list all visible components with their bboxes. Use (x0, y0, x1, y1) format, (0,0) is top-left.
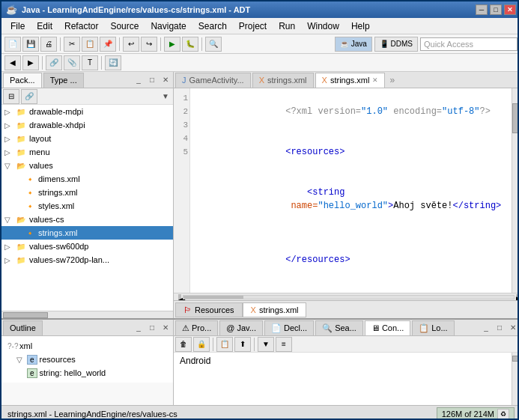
new-button[interactable]: 📄 (4, 37, 21, 52)
tree-item-strings-cs[interactable]: 🔸 strings.xml (1, 226, 173, 240)
open-editor-menu[interactable]: » (389, 75, 395, 85)
hscroll-track[interactable] (183, 295, 515, 299)
close-panel-button[interactable]: ✕ (160, 74, 172, 86)
console-tab-problems[interactable]: ⚠ Pro... (175, 320, 218, 335)
console-scroll-lock-button[interactable]: 🔒 (193, 337, 210, 352)
scroll-left-btn[interactable]: ◀ (178, 294, 181, 300)
tree-item-drawable-xhdpi[interactable]: ▷ 📁 drawable-xhdpi (1, 118, 173, 132)
hscroll-thumb[interactable] (3, 312, 48, 318)
tree-item-values-sw720dp[interactable]: ▷ 📁 values-sw720dp-lan... (1, 253, 173, 267)
copy-button[interactable]: 📋 (82, 37, 98, 52)
console-close[interactable]: ✕ (507, 322, 519, 334)
tree-item-menu[interactable]: ▷ 📁 menu (1, 145, 173, 159)
menu-file[interactable]: File (4, 19, 31, 33)
editor-scrollbar[interactable] (512, 88, 519, 293)
menu-run[interactable]: Run (273, 19, 301, 33)
left-panel-hscroll[interactable] (1, 311, 173, 318)
console-filter-button[interactable]: ▼ (258, 337, 274, 352)
tree-item-styles[interactable]: 🔸 styles.xml (1, 199, 173, 213)
package-tree[interactable]: ▷ 📁 drawable-mdpi ▷ 📁 drawable-xhdpi ▷ 📁… (1, 105, 173, 311)
open-type-button[interactable]: T (82, 55, 98, 70)
console-tab-console[interactable]: 🖥 Con... (365, 320, 410, 335)
outline-maximize[interactable]: □ (146, 322, 158, 334)
outline-item-string[interactable]: e string: hello_world (4, 366, 170, 380)
type-hierarchy-tab[interactable]: Type ... (43, 73, 84, 88)
console-minimize[interactable]: _ (480, 322, 492, 334)
menu-edit[interactable]: Edit (31, 19, 58, 33)
console-tab-javadoc[interactable]: @ Jav... (219, 320, 263, 335)
search-button[interactable]: 🔍 (205, 37, 222, 52)
refs-button[interactable]: 📎 (64, 55, 80, 70)
resources-close-tag: </resources> (285, 255, 350, 265)
menu-project[interactable]: Project (233, 19, 273, 33)
menu-refactor[interactable]: Refactor (58, 19, 104, 33)
java-persp-btn[interactable]: ☕ Java (335, 37, 372, 52)
editor-tab-strings2[interactable]: X strings.xml ✕ (315, 73, 386, 88)
tree-toolbar: ⊟ 🔗 ▼ (1, 88, 173, 105)
tree-item-values-sw600dp[interactable]: ▷ 📁 values-sw600dp (1, 240, 173, 253)
tree-item-layout[interactable]: ▷ 📁 layout (1, 132, 173, 145)
tree-item-values-cs[interactable]: ▽ 📂 values-cs (1, 213, 173, 226)
console-maximize[interactable]: □ (494, 322, 506, 334)
hierarchy-button[interactable]: 🔗 (46, 55, 62, 70)
editor-resources-tab[interactable]: 🏳 Resources (175, 302, 243, 317)
menu-source[interactable]: Source (104, 19, 145, 33)
console-copy-button[interactable]: 📋 (216, 337, 233, 352)
cut-button[interactable]: ✂ (64, 37, 80, 52)
menu-help[interactable]: Help (345, 19, 376, 33)
tree-item-drawable-mdpi[interactable]: ▷ 📁 drawable-mdpi (1, 105, 173, 118)
outline-item-xml[interactable]: ?-? xml (4, 339, 170, 353)
minimize-panel-button[interactable]: _ (133, 74, 145, 86)
arrow-icon: ▽ (4, 162, 15, 170)
menu-search[interactable]: Search (192, 19, 233, 33)
separator2 (119, 37, 120, 51)
undo-button[interactable]: ↩ (123, 37, 139, 52)
console-tab-search[interactable]: 🔍 Sea... (315, 320, 363, 335)
close-button[interactable]: ✕ (504, 4, 516, 15)
gc-button[interactable]: ♻ (497, 409, 509, 419)
maximize-button[interactable]: □ (490, 4, 502, 15)
minimize-button[interactable]: ─ (476, 4, 488, 15)
menu-navigate[interactable]: Navigate (145, 19, 192, 33)
paste-button[interactable]: 📌 (100, 37, 116, 52)
tree-item-label: strings.xml (38, 188, 78, 197)
editor-tab-strings1[interactable]: X strings.xml (252, 73, 314, 88)
editor-content[interactable]: 1 2 3 4 5 <?xml version="1.0" encoding="… (174, 88, 512, 293)
console-tab-decl[interactable]: 📄 Decl... (264, 320, 314, 335)
editor-strings-tab[interactable]: X strings.xml (243, 302, 307, 317)
tree-item-dimens[interactable]: 🔸 dimens.xml (1, 172, 173, 186)
editor-hscroll[interactable]: ◀ ▶ (174, 293, 519, 300)
maximize-panel-button[interactable]: □ (146, 74, 158, 86)
tree-item-values[interactable]: ▽ 📂 values (1, 159, 173, 172)
scroll-right-btn[interactable]: ▶ (516, 294, 519, 300)
sync-button[interactable]: 🔄 (105, 55, 121, 70)
tree-item-strings-values[interactable]: 🔸 strings.xml (1, 186, 173, 199)
back-button[interactable]: ◀ (4, 55, 21, 70)
outline-minimize[interactable]: _ (133, 322, 145, 334)
scrollbar-thumb[interactable] (512, 103, 519, 133)
outline-tab[interactable]: Outline (3, 320, 43, 335)
menu-window[interactable]: Window (301, 19, 345, 33)
quick-access-input[interactable]: Quick Access (420, 37, 518, 51)
package-explorer-tab[interactable]: Pack... (3, 73, 42, 88)
console-scrollbar-thumb[interactable] (512, 356, 519, 362)
debug-button[interactable]: 🐛 (182, 37, 198, 52)
print-button[interactable]: 🖨 (40, 37, 57, 52)
console-expand-button[interactable]: ⬆ (234, 337, 251, 352)
editor-tab-gameactivity[interactable]: J GameActivity... (175, 73, 251, 88)
run-button[interactable]: ▶ (164, 37, 180, 52)
outline-close[interactable]: ✕ (160, 322, 172, 334)
hscroll-thumb[interactable] (183, 296, 243, 299)
forward-button[interactable]: ▶ (22, 55, 39, 70)
console-clear-button[interactable]: 🗑 (175, 337, 192, 352)
link-editor-button[interactable]: 🔗 (21, 89, 37, 104)
save-button[interactable]: 💾 (22, 37, 39, 52)
ddms-persp-btn[interactable]: 📱 DDMS (374, 37, 418, 52)
tree-menu-button[interactable]: ▼ (160, 91, 172, 103)
collapse-all-button[interactable]: ⊟ (3, 89, 19, 104)
tab-close-button[interactable]: ✕ (372, 76, 378, 84)
outline-item-resources[interactable]: ▽ e resources (4, 353, 170, 366)
console-menu-button[interactable]: ≡ (276, 337, 292, 352)
redo-button[interactable]: ↪ (141, 37, 157, 52)
console-tab-logcat[interactable]: 📋 Lo... (412, 320, 454, 335)
